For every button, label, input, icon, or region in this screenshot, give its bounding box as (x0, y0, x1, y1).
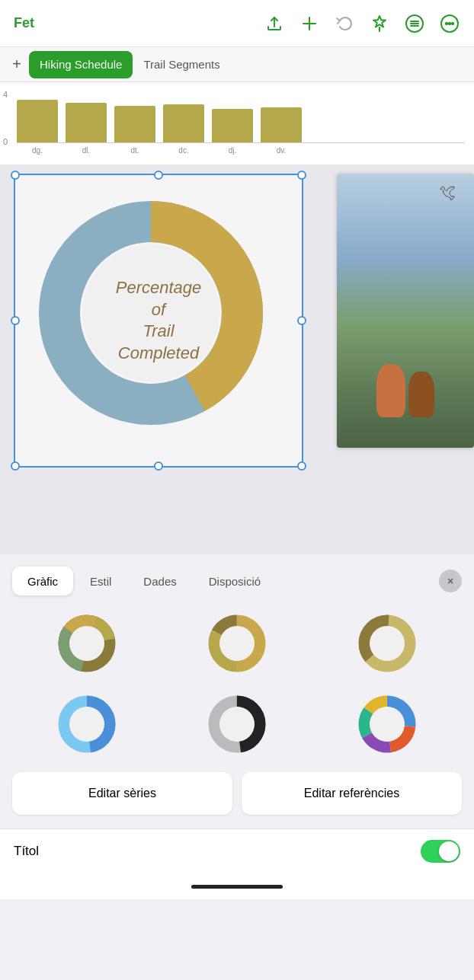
chart-style-5[interactable] (168, 690, 306, 758)
done-button[interactable]: Fet (14, 15, 34, 31)
toolbar-left: Fet (14, 15, 34, 31)
chart-style-grid (12, 609, 462, 758)
tab-estil[interactable]: Estil (75, 567, 127, 595)
resize-handle-mr[interactable] (297, 316, 306, 325)
list-icon[interactable] (404, 13, 425, 34)
edit-series-button[interactable]: Editar sèries (12, 772, 232, 815)
bar-col-dj (212, 109, 253, 142)
svg-point-23 (219, 626, 255, 661)
resize-handle-br[interactable] (297, 461, 306, 471)
bar-col-dc (163, 104, 204, 142)
svg-point-29 (69, 707, 104, 742)
resize-handle-bl[interactable] (11, 461, 20, 471)
photo-card: 🕊 (337, 174, 474, 448)
chart-style-4[interactable] (18, 690, 156, 758)
panel-tabs: Gràfic Estil Dades Disposició × (12, 567, 462, 595)
svg-point-10 (449, 22, 450, 24)
donut-chart-card[interactable]: PercentageofTrailCompleted (14, 174, 303, 468)
pin-icon[interactable] (369, 13, 390, 34)
resize-handle-tr[interactable] (297, 171, 306, 180)
bottom-panel: Gràfic Estil Dades Disposició × (0, 554, 474, 873)
chart-style-6[interactable] (318, 690, 456, 758)
svg-point-26 (370, 626, 405, 661)
chart-style-2[interactable] (168, 609, 306, 678)
bar-y-labels: 4 0 (3, 90, 8, 146)
chart-style-3[interactable] (318, 609, 456, 678)
resize-handle-tc[interactable] (154, 171, 163, 180)
canvas-area: 4 0 dg. dl. dt. (0, 82, 474, 554)
share-icon[interactable] (264, 13, 285, 34)
tab-trail-segments[interactable]: Trail Segments (133, 51, 230, 78)
bar-chart-strip: 4 0 dg. dl. dt. (0, 82, 474, 164)
bar-rect (66, 103, 107, 142)
bar-rect (163, 104, 204, 142)
bar-axis-labels: dg. dl. dt. dc. dj. dv. (17, 145, 465, 155)
svg-point-19 (69, 626, 104, 661)
bar-chart-inner (17, 88, 465, 143)
toolbar-icons (264, 13, 460, 34)
home-indicator (0, 873, 474, 899)
toolbar: Fet (0, 0, 474, 47)
bar-col-dt (114, 106, 155, 142)
bar-rect (261, 107, 302, 142)
svg-point-11 (452, 22, 453, 24)
add-sheet-button[interactable]: + (5, 53, 29, 77)
donut-svg: PercentageofTrailCompleted (37, 199, 280, 442)
resize-handle-ml[interactable] (11, 316, 20, 325)
close-panel-button[interactable]: × (439, 570, 462, 592)
more-icon[interactable] (439, 13, 460, 34)
bar-rect (17, 100, 58, 142)
tab-bar: + Hiking Schedule Trail Segments (0, 47, 474, 82)
toggle-thumb (439, 841, 459, 861)
donut-svg-element (37, 199, 265, 427)
bar-col-dv (261, 107, 302, 142)
svg-point-9 (446, 22, 447, 24)
undo-icon[interactable] (334, 13, 355, 34)
bird-icon: 🕊 (439, 183, 456, 203)
photo-placeholder: 🕊 (337, 174, 474, 448)
bar-col-dg (17, 100, 58, 142)
titulo-label: Títol (14, 844, 421, 859)
svg-point-14 (82, 244, 219, 381)
tab-dades[interactable]: Dades (128, 567, 191, 595)
people-silhouettes (376, 364, 434, 417)
home-bar (191, 885, 283, 889)
tab-hiking-schedule[interactable]: Hiking Schedule (29, 51, 133, 78)
svg-point-32 (219, 707, 255, 742)
bar-col-dl (66, 103, 107, 142)
titulo-row: Títol (0, 828, 474, 873)
action-buttons: Editar sèries Editar referències (12, 772, 462, 815)
tab-disposicio[interactable]: Disposició (194, 567, 276, 595)
resize-handle-bc[interactable] (154, 461, 163, 471)
chart-style-1[interactable] (18, 609, 156, 678)
svg-point-38 (370, 707, 405, 742)
bar-rect (114, 106, 155, 142)
resize-handle-tl[interactable] (11, 171, 20, 180)
edit-references-button[interactable]: Editar referències (242, 772, 462, 815)
bar-rect (212, 109, 253, 142)
tab-grafic[interactable]: Gràfic (12, 567, 73, 595)
add-icon[interactable] (299, 13, 320, 34)
titulo-toggle[interactable] (421, 840, 460, 863)
